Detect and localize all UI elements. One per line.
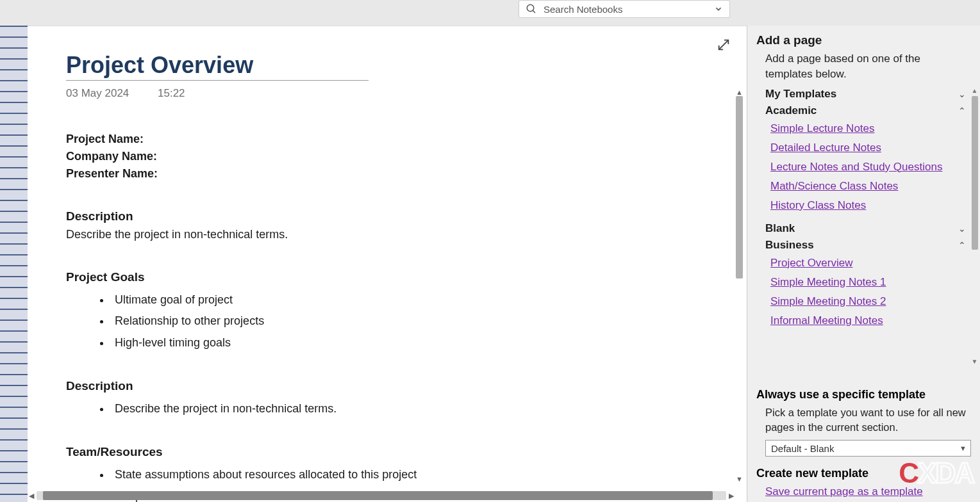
description-body-1[interactable]: Describe the project in non-technical te… <box>66 226 708 243</box>
template-link[interactable]: Lecture Notes and Study Questions <box>770 158 974 177</box>
page-vertical-scrollbar[interactable]: ▲ ▼ <box>735 89 744 483</box>
section-project-goals[interactable]: Project Goals <box>66 270 708 284</box>
search-box[interactable] <box>519 0 730 18</box>
template-link[interactable]: Simple Meeting Notes 1 <box>770 273 974 292</box>
scroll-thumb[interactable] <box>972 96 978 250</box>
svg-point-0 <box>527 4 534 12</box>
template-link[interactable]: Simple Meeting Notes 2 <box>770 292 974 311</box>
category-academic[interactable]: Academic ⌃ <box>765 102 974 119</box>
list-item[interactable]: State assumptions about resources alloca… <box>111 464 708 485</box>
section-description-1[interactable]: Description <box>66 209 708 223</box>
search-input[interactable] <box>544 4 714 15</box>
add-page-heading: Add a page <box>756 33 971 47</box>
scroll-thumb[interactable] <box>43 491 713 500</box>
expand-icon[interactable] <box>717 38 731 54</box>
scroll-down-arrow-icon[interactable]: ▼ <box>736 476 743 483</box>
always-use-description: Pick a template you want to use for all … <box>756 405 971 435</box>
templates-panel: Templates Add a page Add a page based on… <box>747 26 980 502</box>
list-item[interactable]: High-level timing goals <box>111 332 708 353</box>
template-link[interactable]: Simple Lecture Notes <box>770 119 974 138</box>
chevron-up-icon: ⌃ <box>958 106 966 116</box>
category-label: Academic <box>765 104 817 117</box>
dropdown-value: Default - Blank <box>771 443 834 454</box>
add-page-description: Add a page based on one of the templates… <box>756 51 971 82</box>
search-icon <box>526 3 537 15</box>
scroll-thumb[interactable] <box>736 96 743 279</box>
scroll-up-arrow-icon[interactable]: ▲ <box>970 87 979 94</box>
field-company-name[interactable]: Company Name: <box>66 148 708 165</box>
category-blank[interactable]: Blank ⌄ <box>765 220 974 237</box>
svg-line-2 <box>719 40 729 50</box>
scroll-down-arrow-icon[interactable]: ▼ <box>970 358 979 365</box>
scroll-up-arrow-icon[interactable]: ▲ <box>736 89 743 96</box>
chevron-down-icon: ⌄ <box>958 223 966 234</box>
section-description-2[interactable]: Description <box>66 379 708 393</box>
page-canvas[interactable]: Project Overview 03 May 2024 15:22 Proje… <box>28 26 747 502</box>
save-as-template-link[interactable]: Save current page as a template <box>756 485 971 498</box>
chevron-down-icon[interactable] <box>714 4 723 13</box>
page-date: 03 May 2024 <box>66 87 129 99</box>
chevron-down-icon: ▼ <box>959 444 967 452</box>
default-template-dropdown[interactable]: Default - Blank ▼ <box>765 440 971 457</box>
svg-line-1 <box>533 10 535 13</box>
template-link[interactable]: Math/Science Class Notes <box>770 177 974 196</box>
list-item[interactable]: Relationship to other projects <box>111 311 708 332</box>
template-link[interactable]: Detailed Lecture Notes <box>770 138 974 158</box>
scroll-left-arrow-icon[interactable]: ◀ <box>29 492 34 500</box>
chevron-down-icon: ⌄ <box>958 89 966 99</box>
chevron-up-icon: ⌃ <box>958 240 966 250</box>
category-business[interactable]: Business ⌃ <box>765 237 974 254</box>
template-link[interactable]: Project Overview <box>770 254 974 273</box>
template-list-scrollbar[interactable]: ▲ ▼ <box>970 87 979 365</box>
category-label: Blank <box>765 222 795 235</box>
scroll-right-arrow-icon[interactable]: ▶ <box>729 492 734 500</box>
category-my-templates[interactable]: My Templates ⌄ <box>765 86 974 102</box>
page-time: 15:22 <box>158 87 185 99</box>
page-meta: 03 May 2024 15:22 <box>66 87 708 100</box>
create-template-heading: Create new template <box>756 467 971 480</box>
section-team-resources[interactable]: Team/Resources <box>66 445 708 459</box>
page-title[interactable]: Project Overview <box>66 52 369 81</box>
category-label: Business <box>765 239 814 252</box>
template-link[interactable]: Informal Meeting Notes <box>770 311 974 330</box>
field-project-name[interactable]: Project Name: <box>66 131 708 148</box>
binder-edge <box>0 26 28 502</box>
template-link[interactable]: History Class Notes <box>770 196 974 215</box>
field-presenter-name[interactable]: Presenter Name: <box>66 165 708 182</box>
always-use-heading: Always use a specific template <box>756 388 971 401</box>
page-horizontal-scrollbar[interactable]: ◀ ▶ <box>29 490 734 501</box>
category-label: My Templates <box>765 88 836 101</box>
list-item[interactable]: Ultimate goal of project <box>111 289 708 311</box>
list-item[interactable]: Describe the project in non-technical te… <box>111 398 708 419</box>
